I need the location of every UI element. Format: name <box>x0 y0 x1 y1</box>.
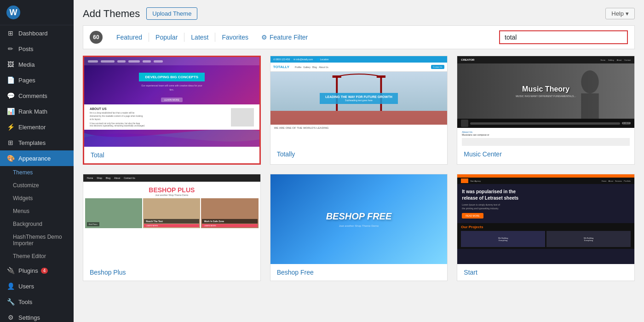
sidebar-sub-item-hashthemes[interactable]: HashThemes Demo Importer <box>0 230 74 250</box>
sidebar-item-label: Plugins <box>18 267 38 274</box>
sidebar-item-appearance[interactable]: 🎨 Appearance <box>0 150 74 166</box>
sidebar-sub-item-theme-editor[interactable]: Theme Editor <box>0 250 74 263</box>
theme-thumbnail-total: DEVELOPING BIG CONCEPTS Our experienced … <box>84 57 259 147</box>
sidebar-item-comments[interactable]: 💬 Comments <box>0 88 74 104</box>
gear-icon: ⚙ <box>261 34 267 41</box>
theme-name-start: Start <box>457 264 634 281</box>
help-button[interactable]: Help ▾ <box>605 8 635 19</box>
theme-name-music-center: Music Center <box>457 146 634 162</box>
theme-card-beshop-free[interactable]: BESHOP FREE Just another Shop Theme Demo… <box>270 174 448 281</box>
sidebar-item-dashboard[interactable]: ⊞ Dashboard <box>0 25 74 41</box>
plugins-icon: 🔌 <box>6 267 15 274</box>
plugins-badge: 4 <box>41 268 48 274</box>
theme-card-totally[interactable]: ✆ 0800-123-456✉ info@totally.com🌐 Locati… <box>270 56 448 165</box>
theme-thumbnail-totally: ✆ 0800-123-456✉ info@totally.com🌐 Locati… <box>270 56 448 146</box>
theme-name-total: Total <box>84 147 259 163</box>
sidebar-item-label: Media <box>18 61 34 68</box>
theme-search-input[interactable] <box>499 30 628 44</box>
sidebar-item-tools[interactable]: 🔧 Tools <box>0 294 74 310</box>
theme-thumbnail-start: Start Agency Home About Services Portfol… <box>457 174 634 264</box>
theme-name-link-start[interactable]: Start <box>464 269 477 276</box>
upload-theme-button[interactable]: Upload Theme <box>146 7 197 20</box>
theme-name-link-music[interactable]: Music Center <box>464 150 501 158</box>
tab-bar: 60 Featured Popular Latest Favorites ⚙ F… <box>83 25 635 49</box>
page-title-area: Add Themes Upload Theme <box>83 7 197 20</box>
theme-name-link-totally[interactable]: Totally <box>277 150 295 158</box>
theme-name-beshop-plus: Beshop Plus <box>83 264 260 281</box>
theme-count-badge: 60 <box>90 31 103 44</box>
theme-grid: DEVELOPING BIG CONCEPTS Our experienced … <box>74 49 644 322</box>
sidebar-item-label: Templates <box>18 139 46 146</box>
sidebar-sub-item-background[interactable]: Background <box>0 218 74 230</box>
svg-rect-1 <box>270 111 448 125</box>
sidebar-sub-item-widgets[interactable]: Widgets <box>0 192 74 205</box>
users-icon: 👤 <box>6 282 15 290</box>
theme-name-link-beshop-plus[interactable]: Beshop Plus <box>90 269 126 276</box>
sidebar-sub-item-customize[interactable]: Customize <box>0 179 74 192</box>
sidebar-item-plugins[interactable]: 🔌 Plugins 4 <box>0 263 74 278</box>
sidebar-item-label: Comments <box>18 92 47 99</box>
svg-rect-4 <box>332 75 341 78</box>
theme-card-total[interactable]: DEVELOPING BIG CONCEPTS Our experienced … <box>83 56 261 165</box>
svg-rect-5 <box>376 75 385 78</box>
sidebar-item-pages[interactable]: 📄 Pages <box>0 72 74 88</box>
tab-popular[interactable]: Popular <box>149 33 184 42</box>
sidebar-item-settings[interactable]: ⚙ Settings <box>0 310 74 322</box>
sidebar-item-label: Rank Math <box>18 108 47 115</box>
theme-thumbnail-beshop-free: BESHOP FREE Just another Shop Theme Demo <box>270 174 448 264</box>
sidebar-item-label: Elementor <box>18 124 46 131</box>
feature-filter-button[interactable]: ⚙ Feature Filter <box>255 33 314 42</box>
tab-featured[interactable]: Featured <box>110 33 149 42</box>
sidebar-sub-item-menus[interactable]: Menus <box>0 205 74 218</box>
theme-name-link-total[interactable]: Total <box>91 151 104 159</box>
settings-icon: ⚙ <box>6 314 15 321</box>
comments-icon: 💬 <box>6 92 15 99</box>
sidebar-item-elementor[interactable]: ⚡ Elementor <box>0 119 74 135</box>
templates-icon: ⊞ <box>6 139 15 146</box>
sidebar-item-label: Dashboard <box>18 30 48 37</box>
sidebar-item-media[interactable]: 🖼 Media <box>0 57 74 72</box>
page-title: Add Themes <box>83 8 140 20</box>
sidebar: W ⊞ Dashboard ✏ Posts 🖼 Media 📄 Pages 💬 … <box>0 0 74 322</box>
theme-card-start[interactable]: Start Agency Home About Services Portfol… <box>457 174 635 281</box>
sidebar-item-posts[interactable]: ✏ Posts <box>0 41 74 57</box>
media-icon: 🖼 <box>6 61 15 68</box>
wp-logo-icon: W <box>6 6 20 19</box>
sidebar-item-rankmath[interactable]: 📊 Rank Math <box>0 104 74 119</box>
theme-card-music-center[interactable]: CREATOR Home Gallery About Contact <box>457 56 635 165</box>
theme-name-beshop-free: Beshop Free <box>270 264 448 281</box>
sidebar-item-label: Tools <box>18 299 32 305</box>
tab-favorites[interactable]: Favorites <box>215 33 255 42</box>
elementor-icon: ⚡ <box>6 123 15 131</box>
sidebar-item-label: Posts <box>18 46 34 52</box>
sidebar-item-label: Pages <box>18 77 35 84</box>
sidebar-item-label: Users <box>18 283 34 290</box>
sidebar-item-users[interactable]: 👤 Users <box>0 278 74 294</box>
dashboard-icon: ⊞ <box>6 29 15 37</box>
tab-latest[interactable]: Latest <box>184 33 215 42</box>
sidebar-item-label: Appearance <box>18 155 51 162</box>
theme-thumbnail-music: CREATOR Home Gallery About Contact <box>457 56 634 146</box>
rankmath-icon: 📊 <box>6 108 15 115</box>
tools-icon: 🔧 <box>6 298 15 305</box>
theme-card-beshop-plus[interactable]: Home Shop Blog About Contact Us BESHOP P… <box>83 174 261 281</box>
sidebar-item-templates[interactable]: ⊞ Templates <box>0 135 74 150</box>
sidebar-item-label: Settings <box>18 314 40 321</box>
main-content: Add Themes Upload Theme Help ▾ 60 Featur… <box>74 0 644 322</box>
theme-name-link-beshop-free[interactable]: Beshop Free <box>277 269 314 276</box>
pages-icon: 📄 <box>6 76 15 84</box>
sidebar-sub-item-themes[interactable]: Themes <box>0 166 74 179</box>
theme-name-totally: Totally <box>270 146 448 162</box>
chevron-down-icon: ▾ <box>626 10 629 17</box>
posts-icon: ✏ <box>6 45 15 52</box>
appearance-icon: 🎨 <box>6 155 15 162</box>
page-header: Add Themes Upload Theme Help ▾ <box>74 0 644 20</box>
sidebar-logo: W <box>0 0 74 25</box>
theme-thumbnail-beshop-plus: Home Shop Blog About Contact Us BESHOP P… <box>83 174 260 264</box>
